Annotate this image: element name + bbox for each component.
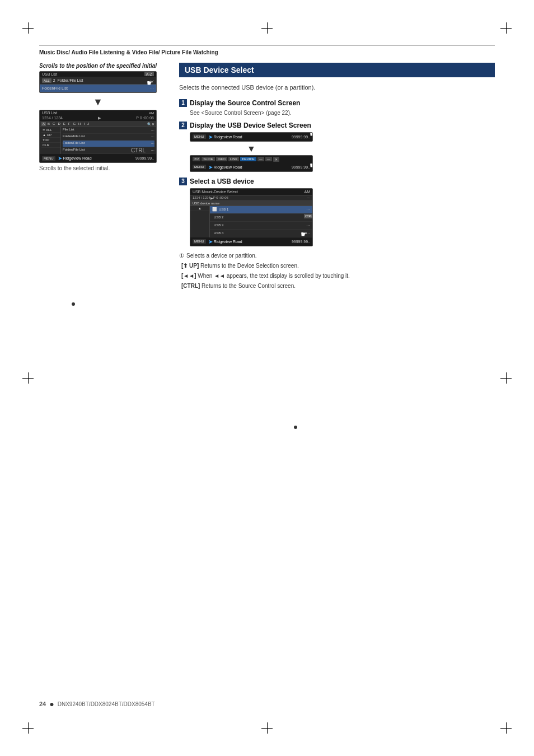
usb-device-list: ▲ ⬜ USB 1 ···: [190, 206, 312, 237]
alpha-b[interactable]: B: [46, 122, 51, 126]
step-3-title: Select a USB device: [190, 178, 254, 185]
usb-track: 1234 / 1234: [193, 196, 210, 200]
folder-count-top: 2: [53, 78, 55, 82]
toolbar-btn-device[interactable]: DEVICE: [240, 157, 256, 161]
usb-device-1[interactable]: ⬜ USB 1 ···: [210, 206, 312, 214]
page-number: 24: [39, 701, 46, 707]
reg-mark-tr: [500, 22, 512, 34]
file-item-2[interactable]: Folder/File List···: [63, 134, 154, 141]
track-info: 1234 / 1234: [42, 116, 63, 120]
step2-menu-btn-bottom[interactable]: MENU: [193, 165, 206, 169]
step-1-desc: See <Source Control Screen> (page 22).: [190, 110, 495, 116]
step2-menu-btn-top[interactable]: MENU: [193, 134, 206, 139]
step-1-number: 1: [179, 99, 187, 107]
alpha-d[interactable]: D: [57, 122, 61, 126]
file-item-1[interactable]: File List···: [63, 127, 154, 134]
step-2-header: 2 Display the USB Device Select Screen: [179, 122, 495, 129]
alpha-e[interactable]: E: [62, 122, 67, 126]
main-screen-mockup: USB List AM 1234 / 1234 ▶ P 0 :00:06 A B…: [39, 110, 157, 163]
toolbar-btn-dash1: —: [257, 157, 264, 161]
usb-arrow-icon: ➤: [208, 239, 213, 245]
close-icon[interactable]: ✕: [152, 122, 154, 126]
toolbar-btn-info[interactable]: INFO: [216, 157, 227, 161]
footer-bullet: ●: [49, 699, 54, 708]
step2-price-bottom: 99999.99..: [292, 165, 310, 169]
step-3: 3 Select a USB device USB Mount-Device S…: [179, 178, 495, 246]
center-cross-left: [22, 372, 34, 384]
alpha-a[interactable]: A: [41, 122, 46, 126]
usb-dots-1: ···: [306, 207, 310, 212]
menu-button-main[interactable]: MENU: [42, 156, 55, 161]
step2-hand-bottom: ☛: [310, 161, 313, 170]
usb-device-4[interactable]: USB 4 ···: [210, 230, 312, 237]
step-2-number: 2: [179, 122, 187, 129]
file-list: File List··· Folder/File List··· Folder/…: [61, 127, 154, 154]
alpha-j[interactable]: J: [86, 122, 90, 126]
usb-section-header: USB Device Select: [179, 63, 495, 77]
section-dot-right: [294, 426, 297, 429]
step-1-title: Display the Source Control Screen: [190, 99, 300, 107]
nav-up[interactable]: ▲ UP: [41, 133, 60, 138]
toolbar-btn-close[interactable]: ✕: [273, 157, 279, 162]
step-1-header: 1 Display the Source Control Screen: [179, 99, 495, 107]
notes-section: ① Selects a device or partition. [⬆ UP] …: [179, 252, 495, 290]
usb-name-4: USB 4: [214, 231, 306, 235]
ctrl-badge: CTRL: [131, 147, 146, 153]
center-cross-top: [261, 22, 273, 34]
usb-device-3[interactable]: USB 3 ···: [210, 222, 312, 230]
alpha-i[interactable]: I: [82, 122, 86, 126]
step-3-header: 3 Select a USB device: [179, 178, 495, 185]
toolbar-btn-link[interactable]: LINK: [228, 157, 239, 161]
folder-label-top: Folder/File List: [58, 78, 83, 82]
page-header: Music Disc/ Audio File Listening & Video…: [39, 45, 495, 56]
italic-label: Scrolls to the position of the specified…: [39, 63, 168, 69]
usb-device-2[interactable]: USB 2 ···: [210, 214, 312, 222]
nav-top[interactable]: TOP: [41, 138, 60, 143]
note-1-text: Selects a device or partition.: [186, 252, 257, 260]
price-main: 99999.99..: [135, 156, 154, 160]
note-3-text: [◄◄] When ◄◄ appears, the text display i…: [181, 272, 350, 280]
main-screen-clock: AM: [149, 111, 154, 115]
usb-screen-clock: AM: [305, 190, 311, 194]
left-column: Scrolls to the position of the specified…: [39, 63, 168, 292]
usb-screen-top-bar: USB Mount-Device Select AM: [190, 189, 312, 195]
alpha-f[interactable]: F: [67, 122, 72, 126]
all-btn-top[interactable]: ALL: [42, 78, 51, 83]
usb-nav-up-btn[interactable]: ▲: [190, 206, 209, 211]
step2-hand-top: ☛: [310, 132, 313, 138]
usb-device-screen: USB Mount-Device Select AM 1234 / 1234 ▶…: [190, 188, 313, 246]
reg-mark-bl: [22, 722, 34, 734]
alpha-g[interactable]: G: [72, 122, 77, 126]
screen-caption: Scrolls to the selected initial.: [39, 165, 168, 171]
usb-name-2: USB 2: [214, 216, 306, 219]
alpha-c[interactable]: C: [51, 122, 56, 126]
file-item-3[interactable]: Folder/File List···: [63, 141, 154, 147]
alpha-h[interactable]: H: [77, 122, 82, 126]
station-name-main: Ridgeview Road: [63, 156, 92, 160]
search-icon[interactable]: 🔍: [147, 122, 151, 126]
screen-az-badge: A-Z: [144, 72, 154, 76]
usb-screen-dots-right: ···: [307, 196, 310, 200]
usb-dots-3: ···: [306, 223, 310, 228]
toolbar-btn-dash2: —: [265, 157, 272, 161]
toolbar-btn-slide[interactable]: SLIDE: [202, 157, 214, 161]
step-1: 1 Display the Source Control Screen See …: [179, 99, 495, 116]
toolbar-btn-22[interactable]: 2/2: [193, 157, 200, 161]
step-2: 2 Display the USB Device Select Screen M…: [179, 122, 495, 172]
ctrl-btn[interactable]: CTRL: [304, 214, 313, 218]
step2-arrow: ▼: [190, 144, 313, 154]
usb-menu-btn[interactable]: MENU: [193, 239, 206, 244]
nav-all[interactable]: ≡ALL: [41, 127, 60, 133]
note-1-bullet: ①: [179, 252, 184, 260]
usb-screen-title: USB Mount-Device Select: [193, 190, 238, 194]
arrow-icon-main: ➤: [58, 155, 62, 161]
usb-time: P 0 :00:06: [213, 196, 228, 200]
reg-mark-br: [500, 722, 512, 734]
left-nav: ≡ALL ▲ UP TOP CLR: [41, 127, 61, 154]
step-3-number: 3: [179, 178, 187, 185]
hand-cursor-top: ☛: [147, 78, 154, 87]
main-screen-top-bar: USB List AM: [40, 110, 156, 115]
play-arrow: ▶: [98, 116, 101, 120]
usb-hand-cursor: ☛: [301, 230, 308, 239]
nav-clr[interactable]: CLR: [41, 143, 60, 148]
